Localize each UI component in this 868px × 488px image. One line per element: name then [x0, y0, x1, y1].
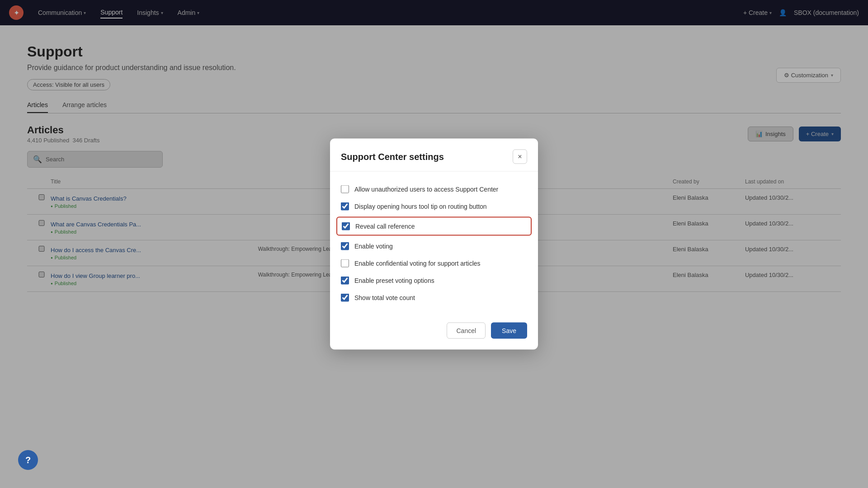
checkbox-enable-voting: Enable voting	[341, 238, 527, 255]
modal-header: Support Center settings ×	[330, 139, 538, 172]
enable-preset-voting-checkbox[interactable]	[341, 277, 349, 285]
enable-voting-checkbox[interactable]	[341, 242, 349, 250]
display-opening-hours-checkbox[interactable]	[341, 202, 349, 211]
enable-voting-label: Enable voting	[354, 243, 393, 250]
show-total-vote-count-checkbox[interactable]	[341, 294, 349, 302]
checkbox-display-opening-hours: Display opening hours tool tip on routin…	[341, 198, 527, 215]
modal-close-button[interactable]: ×	[513, 150, 527, 164]
allow-unauthorized-checkbox[interactable]	[341, 185, 349, 193]
enable-confidential-voting-label: Enable confidential voting for support a…	[354, 260, 481, 267]
checkbox-enable-preset-voting: Enable preset voting options	[341, 272, 527, 289]
allow-unauthorized-label: Allow unauthorized users to access Suppo…	[354, 186, 498, 193]
checkbox-reveal-call-reference: Reveal call reference	[336, 217, 532, 236]
checkbox-allow-unauthorized: Allow unauthorized users to access Suppo…	[341, 181, 527, 198]
support-center-settings-modal: Support Center settings × Allow unauthor…	[330, 139, 538, 350]
modal-body: Allow unauthorized users to access Suppo…	[330, 172, 538, 315]
checkbox-enable-confidential-voting: Enable confidential voting for support a…	[341, 255, 527, 272]
reveal-call-reference-checkbox[interactable]	[342, 222, 350, 230]
cancel-button[interactable]: Cancel	[447, 323, 486, 339]
show-total-vote-count-label: Show total vote count	[354, 294, 415, 301]
help-button[interactable]: ?	[18, 450, 38, 470]
enable-preset-voting-label: Enable preset voting options	[354, 277, 434, 284]
display-opening-hours-label: Display opening hours tool tip on routin…	[354, 203, 487, 210]
modal-title: Support Center settings	[341, 151, 444, 162]
reveal-call-reference-label: Reveal call reference	[355, 223, 415, 230]
save-button[interactable]: Save	[491, 323, 527, 339]
checkbox-show-total-vote-count: Show total vote count	[341, 289, 527, 306]
modal-footer: Cancel Save	[330, 315, 538, 350]
enable-confidential-voting-checkbox[interactable]	[341, 259, 349, 267]
